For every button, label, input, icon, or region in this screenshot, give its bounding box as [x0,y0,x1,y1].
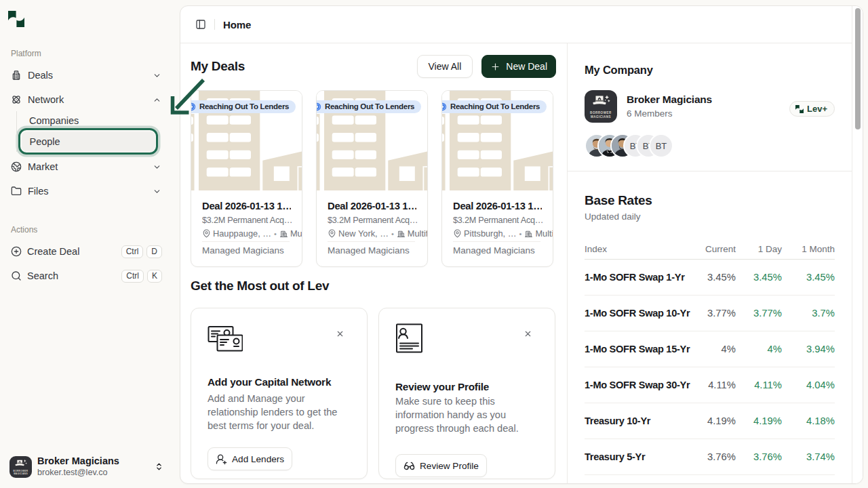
chevron-down-icon [153,187,161,196]
building-icon [11,70,22,81]
sidebar-toggle-icon[interactable] [195,19,206,30]
action-label: Create Deal [27,246,79,257]
rate-current: 3.45% [675,272,736,283]
rate-1day: 3.76% [736,451,782,462]
submenu-tree-line [16,111,17,152]
deal-amount: $3.2M Permanent Acq… [453,216,545,225]
table-row: 1-Mo SOFR Swap 30-Yr 4.11% 4.11% 4.04% [585,367,835,403]
sidebar-item-deals[interactable]: Deals [0,64,180,86]
sidebar-item-market[interactable]: Market [0,156,180,178]
deal-location: Pittsburgh, … [464,228,517,239]
promo-card-body: Add and Manage your relationship lenders… [208,392,355,432]
rate-index: 1-Mo SOFR Swap 15-Yr [585,344,675,354]
deal-property-type: Multifamily [535,228,553,239]
sidebar-item-label: Market [28,161,58,172]
lev-logo-icon [795,105,804,113]
member-avatar-initials[interactable]: BT [649,134,673,158]
view-all-button[interactable]: View All [417,55,473,78]
close-icon[interactable] [524,329,532,338]
people-annotation-ring: People [18,128,158,155]
create-deal-action[interactable]: Create Deal Ctrl D [0,241,180,262]
deal-image: Reaching Out To Lenders [191,91,302,190]
chevron-down-icon [153,163,161,171]
status-label: Reaching Out To Lenders [450,102,540,110]
lev-plus-label: Lev+ [807,104,827,114]
col-1day: 1 Day [736,244,782,254]
search-action[interactable]: Search Ctrl K [0,265,180,287]
deal-team: Managed Magicians [328,245,416,256]
close-icon[interactable] [336,329,344,338]
rate-current: 3.76% [675,451,736,462]
sidebar-item-people[interactable]: People [22,131,155,152]
actions-section-label: Actions [11,225,180,235]
promo-card-body: Make sure to keep this information handy… [395,394,543,435]
company-logo-graphic [9,456,32,478]
company-name: Broker Magicians [627,94,712,106]
deal-meta-row: New York, … • Multifamily [328,228,427,239]
progress-ring-icon [191,102,196,111]
building-small-icon [524,229,533,238]
company-logo [585,90,617,123]
company-avatar [9,456,32,478]
rate-1month: 3.45% [782,272,835,283]
deal-info: Deal 2026-01-13 1… $3.2M Permanent Acq… … [191,190,302,256]
deal-amount: $3.2M Permanent Acq… [202,216,294,225]
header-divider [214,19,215,30]
add-lenders-button[interactable]: Add Lenders [208,447,292,470]
status-label: Reaching Out To Lenders [325,102,414,110]
scrollbar-track[interactable] [852,6,863,483]
company-text: Broker Magicians 6 Members [627,94,712,119]
sidebar-item-files[interactable]: Files [0,180,180,202]
deal-card[interactable]: Reaching Out To Lenders Deal 2026-01-13 … [191,90,302,267]
rate-current: 4.19% [675,415,736,426]
scrollbar-thumb[interactable] [855,8,861,129]
main-panel: Home My Deals View All New Deal [180,5,863,484]
deal-card[interactable]: Reaching Out To Lenders Deal 2026-01-13 … [441,90,553,267]
rate-1day: 4% [736,344,782,354]
plus-icon [490,62,500,72]
deal-card[interactable]: Reaching Out To Lenders Deal 2026-01-13 … [316,90,428,267]
table-row: 1-Mo SOFR Swap 1-Yr 3.45% 3.45% 3.45% [585,260,835,296]
globe-icon [11,161,22,172]
rate-index: 1-Mo SOFR Swap 30-Yr [585,380,675,390]
sidebar-item-label: Network [28,94,64,105]
new-deal-label: New Deal [506,61,547,72]
building-small-icon [397,229,406,238]
panel-content: Home My Deals View All New Deal [180,6,852,483]
promo-heading: Get the Most out of Lev [191,279,556,293]
shortcut-keys: Ctrl K [121,270,162,283]
new-deal-button[interactable]: New Deal [481,55,556,78]
deal-title: Deal 2026-01-13 1… [202,201,291,211]
rate-1month: 4.18% [782,415,835,426]
sidebar-item-network[interactable]: Network [0,89,180,110]
rate-1month: 3.7% [782,308,835,319]
promo-card-title: Add your Capital Network [208,376,331,388]
deal-team: Managed Magicians [453,245,542,256]
sidebar-item-label: Deals [28,70,53,81]
my-deals-header-row: My Deals View All New Deal [191,55,556,78]
table-row: 1-Mo SOFR Swap 10-Yr 3.77% 3.77% 3.7% [585,296,835,331]
review-profile-button[interactable]: Review Profile [395,454,487,477]
sidebar-item-companies[interactable]: Companies [21,110,155,130]
base-rates-subheading: Updated daily [585,211,835,222]
meta-separator: • [519,230,523,238]
deal-title: Deal 2026-01-13 1… [328,201,416,211]
user-menu[interactable]: Broker Magicians broker.test@lev.co [0,455,180,478]
lev-plus-badge[interactable]: Lev+ [789,101,835,117]
deal-status-badge: Reaching Out To Lenders [191,100,296,113]
my-deals-heading: My Deals [191,59,245,74]
my-deals-buttons: View All New Deal [417,55,556,78]
deal-meta-row: Pittsburgh, … • Multifamily [453,228,553,239]
deal-team: Managed Magicians [202,245,291,256]
kbd-ctrl: Ctrl [121,245,144,258]
my-company-section: My Company Broker Magicians 6 Members Le… [568,43,852,158]
progress-ring-icon [442,102,447,111]
rate-index: 1-Mo SOFR Swap 1-Yr [585,272,675,283]
deal-info: Deal 2026-01-13 1… $3.2M Permanent Acq… … [442,190,553,256]
base-rates-section: Base Rates Updated daily Index Current 1… [568,171,852,475]
kbd-ctrl: Ctrl [121,270,144,283]
rate-index: 1-Mo SOFR Swap 10-Yr [585,308,675,319]
member-avatars: BT BT BT [585,134,835,158]
col-current: Current [675,244,736,254]
rate-1day: 3.45% [736,272,782,283]
